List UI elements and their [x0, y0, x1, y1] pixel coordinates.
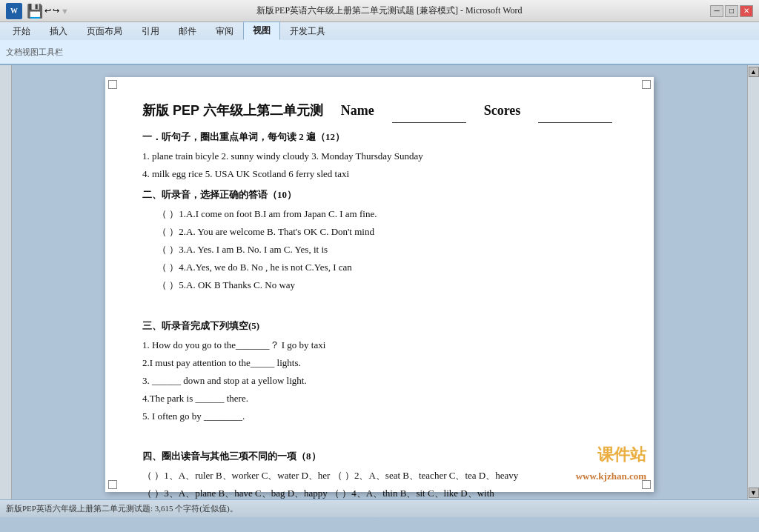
tab-review[interactable]: 审阅 — [206, 22, 243, 40]
section2-line1: （ ）1.A.I come on foot B.I am from Japan … — [157, 206, 617, 222]
corner-tr — [642, 80, 651, 89]
scores-field[interactable] — [538, 99, 612, 123]
doc-title: 新版 PEP 六年级上第二单元测 Name Scores — [142, 99, 617, 123]
section1-line1: 1. plane train bicyle 2. sunny windy clo… — [142, 148, 617, 164]
app-window: W 💾 ↩ ↪ ▼ 新版PEP英语六年级上册第二单元测试题 [兼容模式] - M… — [0, 0, 759, 532]
section2-line4: （ ）4.A.Yes, we do B. No , he is not C.Ye… — [157, 259, 617, 276]
ribbon-tabs: 开始 插入 页面布局 引用 邮件 审阅 视图 开发工具 — [0, 22, 759, 40]
document-page: 新版 PEP 六年级上第二单元测 Name Scores 一．听句子，圈出重点单… — [105, 77, 654, 492]
status-bar: 新版PEP英语六年级上册第二单元测试题: 3,615 个字符(近似值)。 — [0, 499, 759, 517]
maximize-button[interactable]: □ — [725, 5, 738, 17]
corner-tl — [108, 80, 117, 89]
section2-line3: （ ）3.A. Yes. I am B. No. I am C. Yes, it… — [157, 242, 617, 258]
section3-title: 三、听录音完成下列填空(5) — [142, 318, 617, 334]
scores-label: Scores — [484, 99, 521, 122]
redo-icon[interactable]: ↪ — [53, 6, 59, 16]
ribbon: 开始 插入 页面布局 引用 邮件 审阅 视图 开发工具 文档视图工具栏 — [0, 22, 759, 65]
save-icon[interactable]: 💾 — [27, 3, 43, 19]
scroll-down-btn[interactable]: ▼ — [749, 488, 759, 498]
name-field[interactable] — [392, 99, 466, 123]
title-bar: W 💾 ↩ ↪ ▼ 新版PEP英语六年级上册第二单元测试题 [兼容模式] - M… — [0, 0, 759, 22]
section2-line2: （ ）2.A. You are welcome B. That's OK C. … — [157, 224, 617, 240]
section4-line2: （ ）3、A、plane B、have C、bag D、happy （ ）4、A… — [142, 485, 617, 499]
close-button[interactable]: ✕ — [740, 5, 753, 17]
section1-line2: 4. milk egg rice 5. USA UK Scotland 6 fe… — [142, 166, 617, 182]
status-text: 新版PEP英语六年级上册第二单元测试题: 3,615 个字符(近似值)。 — [6, 503, 238, 514]
section3-line3: 3. ______ down and stop at a yellow ligh… — [142, 373, 617, 389]
corner-bl — [108, 480, 117, 489]
section3-line1: 1. How do you go to the_______？ I go by … — [142, 337, 617, 353]
section3-line2: 2.I must pay attention to the_____ light… — [142, 355, 617, 371]
undo-icon[interactable]: ↩ — [44, 6, 51, 16]
corner-br — [642, 480, 651, 489]
section2-line5: （ ）5.A. OK B Thanks C. No way — [157, 277, 617, 293]
doc-area: 新版 PEP 六年级上第二单元测 Name Scores 一．听句子，圈出重点单… — [0, 65, 759, 499]
tab-start[interactable]: 开始 — [3, 22, 40, 40]
section3-line5: 5. I often go by ________. — [142, 408, 617, 425]
window-controls: ─ □ ✕ — [710, 5, 753, 17]
title-bar-left: W 💾 ↩ ↪ ▼ — [6, 3, 69, 19]
watermark: 课件站 www.kjzhan.com — [576, 441, 646, 485]
name-label: Name — [341, 99, 374, 122]
tab-layout[interactable]: 页面布局 — [77, 22, 132, 40]
section3-line4: 4.The park is ______ there. — [142, 390, 617, 407]
word-icon: W — [6, 3, 22, 19]
right-scrollbar[interactable]: ▲ ▼ — [747, 65, 759, 499]
tab-view[interactable]: 视图 — [243, 21, 280, 40]
title-text: 新版PEP英语六年级上册第二单元测试题 [兼容模式] - Microsoft W… — [69, 4, 710, 17]
tab-devtools[interactable]: 开发工具 — [280, 22, 335, 40]
watermark-top: 课件站 — [576, 441, 646, 468]
minimize-button[interactable]: ─ — [710, 5, 723, 17]
ribbon-info: 文档视图工具栏 — [6, 47, 63, 58]
separator: ▼ — [61, 7, 69, 16]
section1-title: 一．听句子，圈出重点单词，每句读 2 遍（12） — [142, 129, 617, 145]
ribbon-content: 文档视图工具栏 — [0, 40, 759, 64]
tab-mail[interactable]: 邮件 — [169, 22, 206, 40]
section2-title: 二、听录音，选择正确的答语（10） — [142, 187, 617, 203]
scroll-up-btn[interactable]: ▲ — [749, 67, 759, 77]
title-main: 新版 PEP 六年级上第二单元测 — [142, 99, 323, 122]
section4-line1: （ ）1、A、ruler B、worker C、water D、her （ ）2… — [142, 468, 617, 484]
watermark-bottom: www.kjzhan.com — [576, 468, 646, 485]
page-area: 新版 PEP 六年级上第二单元测 Name Scores 一．听句子，圈出重点单… — [12, 65, 747, 499]
left-scrollbar[interactable] — [0, 65, 12, 499]
tab-reference[interactable]: 引用 — [132, 22, 169, 40]
section4-title: 四、圈出读音与其他三项不同的一项（8） — [142, 448, 617, 465]
tab-insert[interactable]: 插入 — [40, 22, 77, 40]
